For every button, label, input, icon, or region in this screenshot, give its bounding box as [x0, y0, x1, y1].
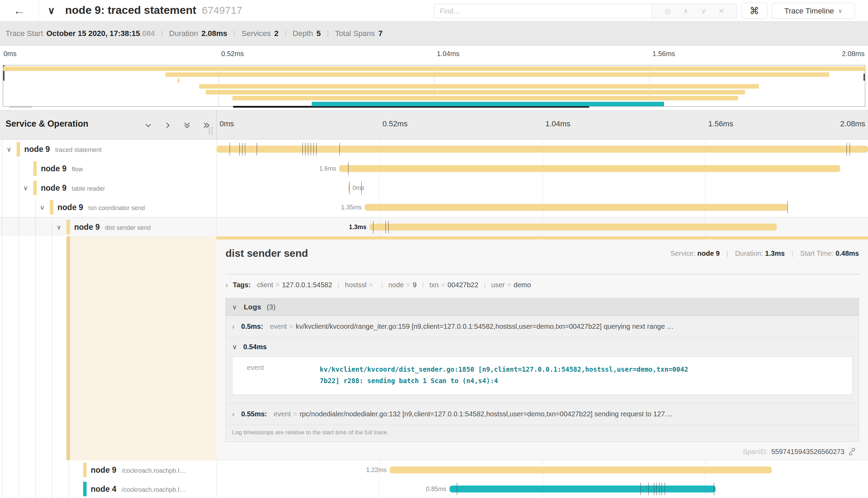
find-box	[434, 4, 652, 18]
span-start-value: 0.48ms	[835, 250, 859, 257]
tree-chevron-down-icon[interactable]: ∨	[7, 145, 11, 153]
log-marker	[239, 143, 240, 155]
log-entry-collapsed[interactable]: › 0.55ms: event=rpc/nodedialer/nodediale…	[226, 404, 859, 425]
service-color-bar	[67, 220, 70, 234]
log-entry-header[interactable]: ∨ 0.54ms	[232, 343, 852, 351]
tag-item: hostssl=	[345, 281, 375, 289]
span-timeline-cell: 1.22ms	[216, 460, 868, 480]
keyboard-shortcuts-button[interactable]: ⌘	[742, 3, 767, 19]
span-name-cell[interactable]: node 4/cockroach.roachpb.I…	[0, 479, 216, 498]
span-duration-bar[interactable]	[365, 204, 788, 211]
back-arrow-icon: ←	[14, 4, 25, 17]
span-duration-bar[interactable]	[390, 467, 772, 473]
log-marker	[361, 182, 362, 194]
span-rows-bottom: 1.22msnode 9/cockroach.roachpb.I…0.85msn…	[0, 460, 868, 498]
find-prev-icon[interactable]: ∧	[683, 7, 688, 15]
minimap-right-scrubber[interactable]	[863, 74, 865, 81]
span-name-cell[interactable]: node 9/cockroach.roachpb.I…	[0, 460, 216, 480]
log-marker	[313, 143, 314, 155]
column-resize-handle[interactable]	[209, 127, 212, 135]
trace-timeline-page: ← ∨ node 9: traced statement6749717 ◎ ∧ …	[0, 0, 868, 498]
logs-header[interactable]: ∨ Logs (3)	[226, 298, 859, 316]
tags-label: Tags:	[233, 281, 251, 289]
log-marker	[662, 483, 662, 495]
span-row-txn-coordinator-send[interactable]: 1.35ms∨node 9txn coordinator send	[0, 198, 868, 217]
log-field-key: event	[247, 364, 320, 387]
find-clear-icon[interactable]: ✕	[718, 7, 725, 15]
ruler-tick-label: 1.04ms	[546, 119, 570, 128]
link-icon[interactable]	[848, 447, 856, 456]
span-duration-bar[interactable]	[216, 146, 868, 153]
span-row-dist-sender-send[interactable]: 1.3ms∨node 9dist sender send	[0, 217, 868, 236]
span-row--cockroach-roachpb-i-[interactable]: 0.85msnode 4/cockroach.roachpb.I…	[0, 479, 868, 498]
tree-chevron-down-icon[interactable]: ∨	[23, 184, 28, 192]
trace-collapse-chevron-icon[interactable]: ∨	[48, 5, 55, 16]
tree-rail	[19, 479, 19, 498]
span-name-cell[interactable]: ∨node 9txn coordinator send	[0, 198, 216, 217]
span-duration-label: 1.3ms	[349, 223, 366, 230]
operation-name: table reader	[72, 185, 105, 192]
duration-label: Duration	[169, 29, 198, 38]
span-timeline-cell: 1.35ms	[216, 198, 868, 217]
expand-one-icon[interactable]	[163, 121, 172, 130]
span-duration-label: 0ms	[353, 184, 364, 192]
scope-icon[interactable]: ◎	[664, 7, 671, 15]
tags-row[interactable]: › Tags: client=127.0.0.1:54582|hostssl=|…	[225, 281, 859, 289]
minimap-tick-label: 0ms	[3, 50, 17, 58]
span-duration-bar[interactable]	[339, 165, 840, 172]
log-marker	[245, 143, 245, 155]
column-divider	[216, 479, 217, 498]
service-operation-title: Service & Operation	[6, 119, 88, 129]
minimap-scroll-indicator-left[interactable]	[9, 106, 32, 108]
span-name-cell[interactable]: ∨node 9table reader	[0, 178, 216, 198]
operation-name: flow	[72, 166, 83, 173]
span-row-traced-statement[interactable]: ∨node 9traced statement	[0, 139, 868, 159]
span-name-cell[interactable]: node 9flow	[0, 159, 216, 178]
trace-start-value: October 15 2020, 17:38:15.084	[46, 29, 155, 38]
log-marker	[457, 483, 457, 495]
span-duration-bar[interactable]	[370, 224, 777, 230]
span-duration-label: 1.22ms	[366, 467, 387, 474]
span-duration-value: 1.3ms	[765, 250, 785, 257]
span-name-cell[interactable]: ∨node 9traced statement	[0, 139, 216, 159]
find-next-icon[interactable]: ∨	[701, 7, 706, 15]
span-detail-left-column	[0, 236, 216, 460]
back-button[interactable]: ←	[0, 0, 39, 21]
detail-divider	[225, 274, 859, 274]
timeline-gridline	[542, 178, 543, 198]
span-row-table-reader[interactable]: 0ms∨node 9table reader	[0, 178, 868, 198]
log-marker	[349, 182, 349, 194]
services-label: Services	[241, 29, 271, 38]
service-color-bar	[50, 200, 53, 215]
trace-start-label: Trace Start	[6, 29, 43, 38]
tree-chevron-down-icon[interactable]: ∨	[56, 223, 61, 231]
tree-rail	[2, 479, 2, 498]
collapse-one-icon[interactable]	[144, 121, 153, 130]
trace-view-selector[interactable]: Trace Timeline ∨	[772, 3, 855, 19]
find-input[interactable]	[440, 7, 652, 15]
minimap-span-bar	[206, 90, 745, 94]
minimap-canvas[interactable]	[3, 65, 865, 107]
log-marker	[230, 143, 230, 155]
column-divider	[216, 178, 217, 198]
span-detail-tint	[70, 236, 216, 460]
tree-chevron-down-icon[interactable]: ∨	[40, 203, 45, 211]
minimap-tick-label: 1.56ms	[653, 50, 675, 58]
minimap-span-bar	[199, 84, 759, 89]
log-entry-collapsed[interactable]: › 0.5ms: event=kv/kvclient/kvcoord/range…	[226, 316, 859, 337]
service-color-bar	[83, 482, 87, 496]
tag-item: user=demo	[491, 281, 531, 289]
collapse-all-icon[interactable]	[183, 121, 192, 130]
span-timeline-cell: 1.6ms	[216, 159, 868, 178]
column-divider	[216, 460, 217, 480]
column-divider	[216, 198, 217, 217]
span-row--cockroach-roachpb-i-[interactable]: 1.22msnode 9/cockroach.roachpb.I…	[0, 460, 868, 480]
span-name-cell[interactable]: ∨node 9dist sender send	[0, 217, 216, 236]
span-row-flow[interactable]: 1.6msnode 9flow	[0, 159, 868, 178]
logs-section: ∨ Logs (3) › 0.5ms: event=kv/kvclient/kv…	[225, 298, 859, 442]
log-field-value[interactable]: kv/kvclient/kvcoord/dist_sender.go:1850 …	[320, 364, 692, 387]
total-spans-label: Total Spans	[335, 29, 375, 38]
log-marker	[257, 143, 257, 155]
operation-name: /cockroach.roachpb.I…	[122, 486, 186, 493]
span-duration-bar[interactable]	[450, 486, 716, 492]
